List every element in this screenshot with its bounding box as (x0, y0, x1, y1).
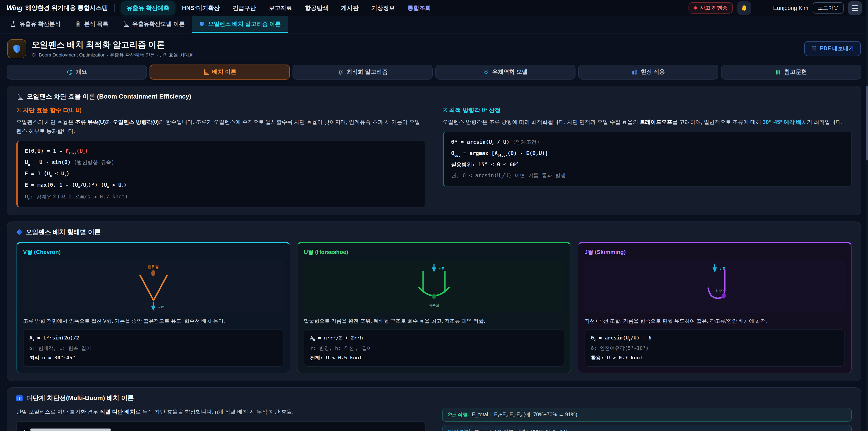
globe-icon (67, 69, 72, 75)
section-tab-deployment-theory[interactable]: 배치 이론 (150, 65, 290, 80)
horizontal-scrollbar-thumb[interactable] (30, 429, 111, 431)
current-arrow-head (712, 267, 717, 272)
nav-item-weather[interactable]: 기상정보 (366, 1, 400, 15)
card-formula-block: AV = L²·sin(2α)/2α: 반개각, L: 편측 길이최적 α = … (23, 329, 283, 367)
logout-button[interactable]: 로그아웃 (813, 2, 844, 13)
wing-logo-icon: Wing (6, 4, 22, 12)
tab-label: 유출유확산모델 이론 (132, 20, 185, 28)
recovery-vessel-dot (722, 293, 726, 298)
multiboom-columns: 단일 오일펜스로 차단 불가한 경우 직렬 다단 배치로 누적 차단 효율을 향… (16, 408, 852, 431)
formula-line: 최적 α = 30°~45° (29, 353, 277, 363)
divider (762, 4, 762, 12)
current-arrow-head (432, 267, 436, 272)
section-tab-optimization-algorithm[interactable]: 최적화 알고리즘 (292, 65, 433, 80)
hamburger-icon (852, 5, 858, 6)
j-shape-drawing: 조류 회수선 (585, 260, 845, 313)
hamburger-menu-button[interactable] (848, 1, 862, 15)
optimal-angle-formula-block: θ* = arcsin(Uc / U) (임계조건)θopt = argmax … (442, 131, 852, 187)
efficiency-function-heading: ① 차단 효율 함수 E(θ, U) (16, 106, 426, 114)
formula-line: Uc: 임계유속(약 0.35m/s ≈ 0.7 knot) (25, 191, 418, 203)
multiboom-notes: 2단 직렬: E_total = E₁+E₂-E₁·E₂ (예: 70%+70%… (442, 408, 852, 431)
section-tab-overview[interactable]: 개요 (7, 65, 147, 80)
nav-item-hns-diffusion[interactable]: HNS·대기확산 (177, 1, 225, 15)
formula-line: θopt = argmax [Ablock(θ) · E(θ,U)] (451, 148, 844, 159)
tab-label: 분석 목록 (84, 20, 108, 28)
nav-item-oil-spill-prediction[interactable]: 유출유 확산예측 (121, 1, 175, 15)
current-label: 조류 (157, 306, 164, 309)
bell-icon (741, 4, 748, 11)
section-tab-label: 참고문헌 (784, 68, 807, 76)
formula-line: r: 반경, h: 직선부 길이 (310, 343, 558, 353)
nav-item-board[interactable]: 게시판 (336, 1, 364, 15)
nav-item-reports[interactable]: 보고자료 (264, 1, 298, 15)
nav-item-integrated-search[interactable]: 통합조회 (402, 1, 436, 15)
efficiency-function-formula-block: E(θ,U) = 1 - Floss(Un)Un = U · sin(θ) (법… (16, 140, 426, 208)
formula-line: 전제: U < 0.5 knot (310, 353, 558, 363)
section-tab-label: 현장 적용 (641, 68, 665, 76)
tab-boom-deployment-theory[interactable]: 오일펜스 배치 알고리즘 이론 (192, 16, 288, 33)
formula-line: 실용범위: 15° ≤ θ ≤ 60° (451, 159, 844, 170)
card-v-chevron: V형 (Chevron) 집유점 조류 조류 방향 정면에서 양측으로 펼친 V… (16, 242, 290, 374)
efficiency-columns: ① 차단 효율 함수 E(θ, U) 오일펜스의 차단 효율은 조류 유속(U)… (16, 106, 852, 208)
multiboom-note-row: 단간 거리: 부표 집적 방지를 위해 ≥ 200m 이격 권장 (442, 425, 852, 431)
formula-line: 활용: U > 0.7 knot (591, 353, 839, 363)
pdf-export-button[interactable]: PDF 내보내기 (804, 41, 861, 56)
formula-line: AV = L²·sin(2α)/2 (29, 333, 277, 343)
export-pdf-icon (811, 45, 817, 52)
card-title: V형 (Chevron) (23, 249, 283, 256)
formula-line: E = max(0, 1 - (Un/Uc)²) (Un > Uc) (25, 180, 418, 191)
formula-line: α: 반개각, L: 편측 길이 (29, 343, 277, 353)
page-shield-icon (7, 39, 26, 58)
vertical-scrollbar-thumb[interactable] (866, 86, 868, 160)
formula-line: E = 1 (Un ≤ Uc) (25, 168, 418, 180)
sub-tab-bar: 유출유 확산분석 분석 목록 유출유확산모델 이론 오일펜스 배치 알고리즘 이… (0, 16, 868, 33)
divider (114, 4, 115, 12)
tab-diffusion-model-theory[interactable]: 유출유확산모델 이론 (116, 16, 192, 33)
section-tab-references[interactable]: 참고문헌 (721, 65, 861, 80)
incident-status-badge[interactable]: 사고 진행중 (689, 2, 733, 13)
diamond-icon (16, 229, 22, 235)
page-title: 오일펜스 배치 최적화 알고리즘 이론 (32, 39, 194, 50)
tab-spill-diffusion-analysis[interactable]: 유출유 확산분석 (3, 16, 68, 33)
notifications-button[interactable] (737, 1, 751, 15)
j-shape-diagram: 조류 회수선 (585, 260, 845, 313)
v-shape-drawing: 집유점 조류 (23, 260, 283, 313)
page-header: 오일펜스 배치 최적화 알고리즘 이론 Oil Boom Deployment … (0, 33, 868, 63)
vertical-scrollbar[interactable] (866, 0, 868, 431)
section-tab-hydrodynamics-model[interactable]: 유체역학 모델 (435, 65, 576, 80)
u-shape-diagram: 조류 회수선 (304, 260, 564, 313)
card-description: 직선+곡선 조합. 기름을 한쪽으로 편향 유도하여 집유. 강조류/연안 배치… (585, 317, 845, 325)
topnav-right-group: 사고 진행중 Eunjeong Kim 로그아웃 (689, 1, 862, 15)
efficiency-function-body: 오일펜스의 차단 효율은 조류 유속(U)과 오일펜스 방향각(θ)의 함수입니… (16, 118, 426, 136)
tab-analysis-list[interactable]: 분석 목록 (68, 16, 116, 33)
set-square-icon (203, 69, 209, 75)
note-label: 단간 거리: (448, 429, 472, 431)
multiboom-body: 단일 오일펜스로 차단 불가한 경우 직렬 다단 배치로 누적 차단 효율을 향… (16, 408, 426, 417)
section-title-text: 오일펜스 배치 형태별 이론 (26, 228, 101, 237)
formula-line: θ* = arcsin(Uc / U) (임계조건) (451, 136, 844, 148)
section-tab-field-application[interactable]: 현장 적용 (578, 65, 718, 80)
main-menu: 유출유 확산예측 HNS·대기확산 긴급구난 보고자료 항공탐색 게시판 기상정… (121, 1, 436, 15)
formula-line: Un = U · sin(θ) (법선방향 유속) (25, 157, 418, 168)
card-description: 조류 방향 정면에서 양측으로 펼친 V형. 기름을 중앙 집유점으로 유도. … (23, 317, 283, 325)
section-title-text: 다단계 차단선(Multi-Boom) 배치 이론 (26, 394, 134, 402)
section-tab-label: 배치 이론 (212, 68, 237, 76)
section-tab-label: 유체역학 모델 (492, 68, 528, 76)
app-title: 해양환경 위기대응 통합시스템 (25, 4, 108, 12)
card-description: 말굽형으로 기름을 완전 포위. 폐쇄형 구조로 회수 효율 최고. 저조류 해… (304, 317, 564, 325)
app-window: Wing 해양환경 위기대응 통합시스템 유출유 확산예측 HNS·대기확산 긴… (0, 0, 868, 431)
nav-item-aerial-search[interactable]: 항공탐색 (300, 1, 334, 15)
section-title: 오일펜스 차단 효율 이론 (Boom Containment Efficien… (16, 93, 852, 101)
incident-status-label: 사고 진행중 (700, 4, 727, 11)
app-brand[interactable]: Wing 해양환경 위기대응 통합시스템 (6, 4, 108, 12)
set-square-icon (16, 93, 23, 100)
section-tab-label: 개요 (76, 68, 87, 76)
nav-item-emergency-rescue[interactable]: 긴급구난 (227, 1, 261, 15)
formula-line: E(θ,U) = 1 - Floss(Un) (25, 145, 418, 157)
section-title: 오일펜스 배치 형태별 이론 (16, 228, 852, 237)
note-label: 2단 직렬: (448, 411, 470, 418)
top-navigation-bar: Wing 해양환경 위기대응 통합시스템 유출유 확산예측 HNS·대기확산 긴… (0, 0, 868, 16)
tab-label: 오일펜스 배치 알고리즘 이론 (208, 20, 281, 28)
card-u-horseshoe: U형 (Horseshoe) 조류 회수선 말굽형으로 기름을 완전 포위. 폐… (297, 242, 571, 374)
section-title-text: 오일펜스 차단 효율 이론 (Boom Containment Efficien… (27, 93, 191, 101)
